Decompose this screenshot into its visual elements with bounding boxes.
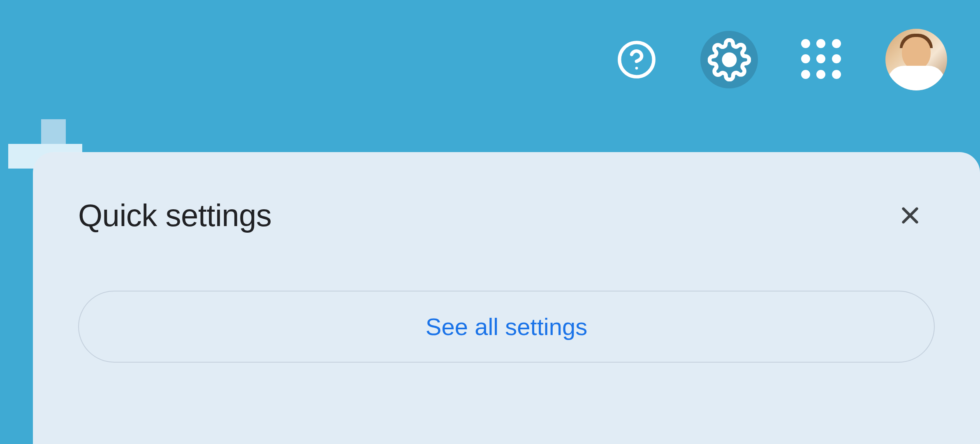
settings-button[interactable]	[700, 31, 758, 88]
panel-header: Quick settings	[78, 197, 935, 233]
close-button[interactable]	[898, 203, 922, 228]
apps-icon	[801, 39, 842, 80]
app-header	[608, 0, 980, 119]
svg-point-1	[635, 67, 638, 70]
see-all-settings-button[interactable]: See all settings	[78, 291, 935, 363]
see-all-settings-label: See all settings	[426, 313, 587, 340]
close-icon	[899, 204, 922, 227]
gear-icon	[708, 38, 751, 81]
apps-button[interactable]	[793, 31, 850, 88]
help-icon	[616, 39, 657, 80]
help-button[interactable]	[608, 31, 665, 88]
svg-point-2	[724, 54, 734, 65]
user-avatar[interactable]	[885, 29, 947, 90]
panel-title: Quick settings	[78, 197, 271, 233]
quick-settings-panel: Quick settings See all settings	[33, 152, 980, 444]
